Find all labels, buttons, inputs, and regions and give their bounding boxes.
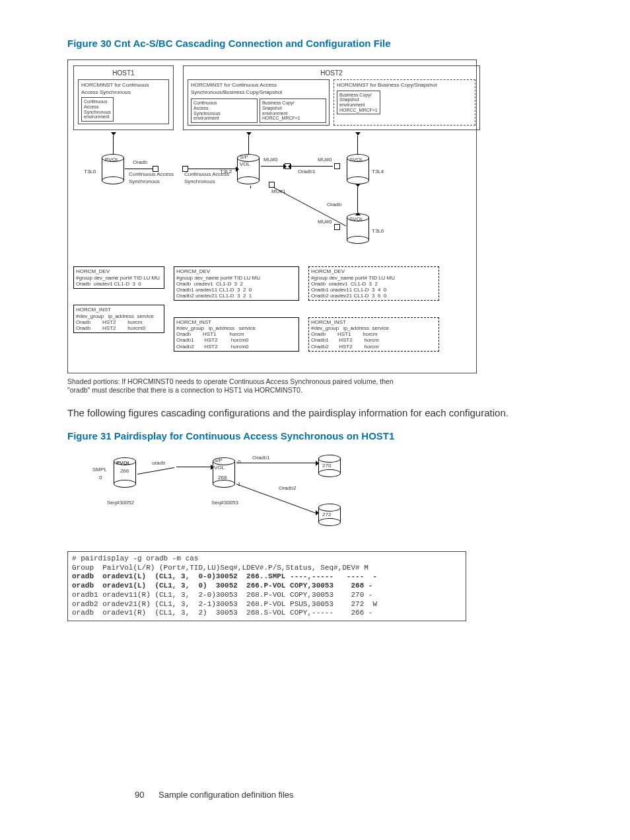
figure-30-title: Figure 30 Cnt Ac-S/BC Cascading Connecti… [67,37,571,50]
svol-label-1: SVOL [349,157,363,164]
page-number: 90 [135,790,144,800]
figure30-footnote: Shaded portions: If HORCMINST0 needs to … [67,377,398,395]
host1-instance-label: HORCMINST for Continuous Access Synchron… [81,82,166,96]
topology-area: PVOL T3L0 Oradb Continuous Access Synchr… [73,134,471,252]
cfg-col1-dev: HORCM_DEV #group dev_name port# TID LU M… [73,266,164,289]
figure-31-title: Figure 31 Pairdisplay for Continuous Acc… [67,430,571,443]
host1-instance: HORCMINST for Continuous Access Synchron… [78,79,169,124]
f31-seqA: Seq#30052 [107,500,134,507]
t3l4-label: T3L4 [372,169,384,176]
mu0-label-b: MU#0 [318,157,332,164]
mu0-label-a: MU#0 [263,157,277,164]
cfg-col2-inst: HORCM_INST #dev_group ip_address service… [174,317,299,352]
pairdisplay-output: # pairdisplay -g oradb -m casGroup PairV… [67,551,466,621]
spvol-label: S/P VOL [240,154,250,169]
t3l0-label: T3L0 [84,169,96,176]
host2-instanceB-label: HORCMINST for Business Copy/Snapshot [337,82,472,89]
host2-envA1: Continuous Access Synchronous environmen… [191,98,258,123]
f31-seqB: Seq#30053 [211,500,238,507]
figure-31-diagram: PVOL 266 SMPL 0 oradb S/P VOL 268 0 1 Or… [87,452,365,545]
f31-pvol-label: PVOL [116,460,131,467]
host1-env: Continuous Access Synchronous environmen… [81,97,114,122]
figure-30-diagram: HOST1 HORCMINST for Continuous Access Sy… [67,59,477,373]
cfg-col3-inst: HORCM_INST #dev_group ip_address service… [308,317,439,352]
host2-name: HOST2 [188,69,475,78]
cfg-col2-dev: HORCM_DEV #group dev_name port# TID LU M… [174,266,299,301]
f31-270: 270 [322,463,331,470]
f31-smpl: SMPL [92,467,107,474]
f31-spvol-label: S/P VOL [214,457,225,472]
f31-oradb1: Oradb1 [252,455,270,462]
cfg-col1-inst: HORCM_INST #dev_group ip_address service… [73,305,164,333]
host2-block: HOST2 HORCMINST for Continuous Access Sy… [183,65,480,130]
f31-oradb2: Oradb2 [279,485,297,492]
cfg-col3-dev: HORCM_DEV #group dev_name port# TID LU M… [308,266,439,301]
footer-section: Sample configuration definition files [158,790,294,800]
host1-block: HOST1 HORCMINST for Continuous Access Sy… [73,65,174,130]
oradb-label-2: Oradb [327,202,341,209]
body-paragraph: The following figures cascading configur… [67,406,571,420]
host1-name: HOST1 [78,69,169,78]
host2-instanceB: HORCMINST for Business Copy/Snapshot Bus… [333,79,475,126]
host2-instanceA: HORCMINST for Continuous Access Synchron… [188,79,330,126]
mu0-label-c: MU#0 [318,219,332,226]
host2-instanceA-label: HORCMINST for Continuous Access Synchron… [191,82,326,96]
f31-zero: 0 [99,475,102,482]
ca-label-a: Continuous Access Synchronous [129,171,174,186]
config-row: HORCM_DEV #group dev_name port# TID LU M… [73,254,471,367]
oradb-label-1: Oradb [133,159,147,167]
ca-label-b: Continuous Access Synchronous [184,171,229,186]
f31-272: 272 [322,512,331,519]
host2-envA2: Business Copy/ Snapshot environment HORC… [260,98,326,123]
host2-envB: Business Copy/ Snapshot environment HORC… [337,91,380,115]
svol-label-2: SVOL [349,216,363,223]
f31-266: 266 [120,468,129,475]
oradb1-label: Oradb1 [298,169,316,176]
t3l6-label: T3L6 [372,228,384,235]
f31-oradb: oradb [152,460,165,467]
f31-268: 268 [218,475,227,482]
pvol-label: PVOL [105,157,119,164]
